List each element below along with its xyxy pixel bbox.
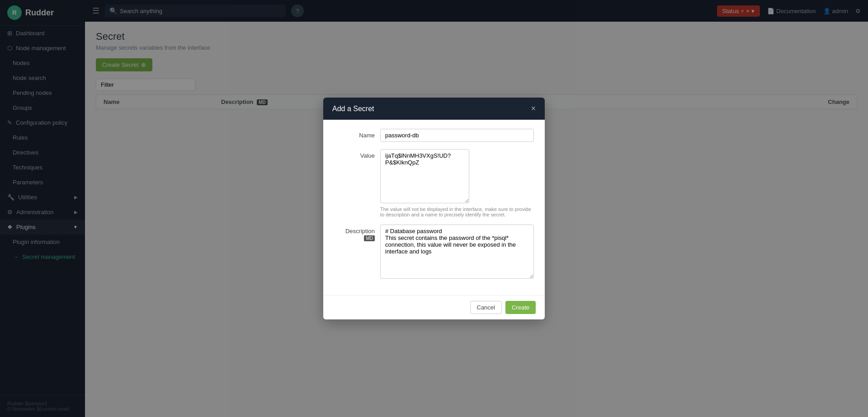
modal-body: Name Value ijaTq$lNnMH3VXgS!UD?P&$KlknQp… [323,120,545,295]
description-input[interactable]: # Database password This secret contains… [380,225,534,279]
create-button[interactable]: Create [505,301,536,314]
value-label: Value [334,149,375,159]
modal-overlay: Add a Secret × Name Value ijaTq$lNnMH3VX… [85,22,868,417]
name-label: Name [334,129,375,139]
description-label: Description MD [334,225,375,241]
value-input[interactable]: ijaTq$lNnMH3VXgS!UD?P&$KlknQpZ [380,149,469,203]
modal-header: Add a Secret × [323,98,545,120]
main-area: ☰ 🔍 ? Status ♥ ✕ ▾ 📄 Documentation 👤 adm… [85,0,868,417]
cancel-button[interactable]: Cancel [470,301,502,314]
value-hint: The value will not be displayed in the i… [380,206,534,217]
page-content: Secret Manage secrets variables from the… [85,22,868,417]
description-field-group: Description MD # Database password This … [334,225,534,279]
modal-footer: Cancel Create [323,295,545,319]
value-field-group: Value ijaTq$lNnMH3VXgS!UD?P&$KlknQpZ The… [334,149,534,217]
name-input[interactable] [380,129,534,142]
add-secret-modal: Add a Secret × Name Value ijaTq$lNnMH3VX… [323,98,545,319]
name-field-group: Name [334,129,534,142]
modal-close-button[interactable]: × [531,104,536,113]
modal-title: Add a Secret [332,105,374,113]
md-badge: MD [364,235,375,241]
